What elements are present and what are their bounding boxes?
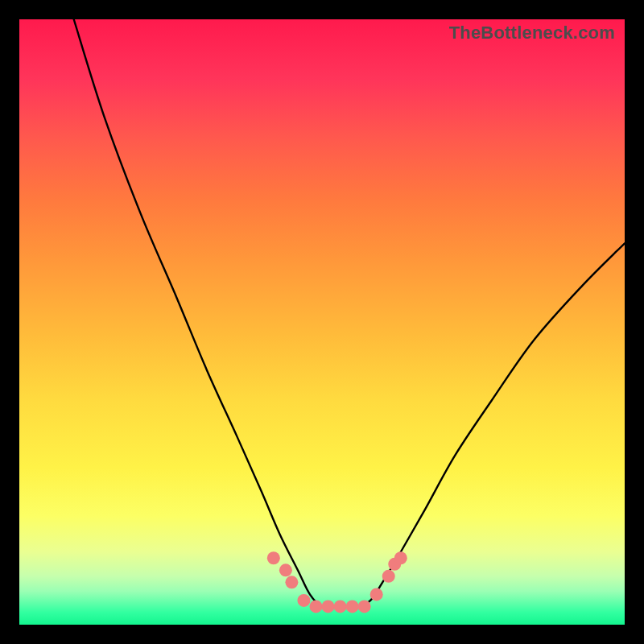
watermark-text: TheBottleneck.com (449, 23, 615, 43)
curve-layer (19, 19, 625, 625)
highlight-point (394, 551, 407, 564)
highlight-point (285, 576, 298, 588)
highlight-point (279, 564, 292, 576)
chart-frame: TheBottleneck.com (0, 0, 644, 644)
highlight-point (267, 551, 280, 564)
highlight-points (267, 551, 407, 613)
bottleneck-curve (74, 19, 625, 608)
highlight-point (382, 570, 395, 583)
highlight-point (346, 600, 359, 613)
plot-area: TheBottleneck.com (19, 19, 625, 625)
highlight-point (297, 594, 310, 607)
highlight-point (322, 600, 335, 613)
highlight-point (309, 600, 322, 613)
highlight-point (358, 600, 371, 613)
highlight-point (370, 588, 383, 601)
highlight-point (334, 600, 347, 613)
